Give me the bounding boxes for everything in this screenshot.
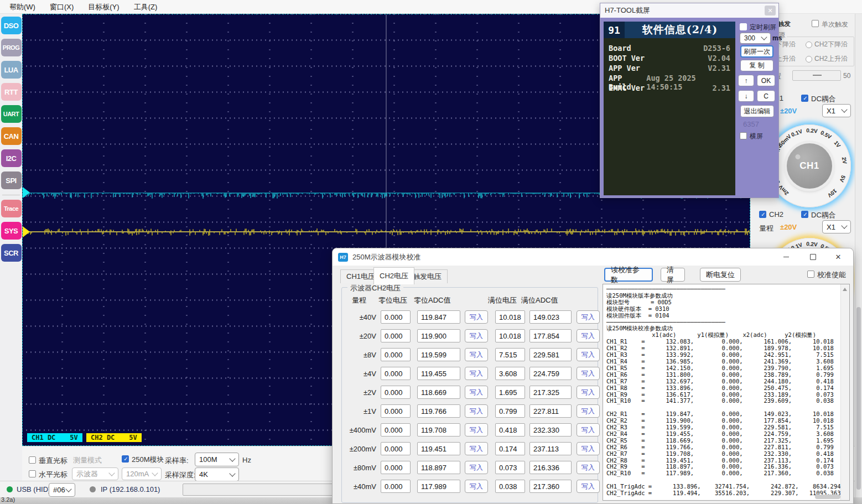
sidebar-item-lua[interactable]: LUA (1, 61, 22, 79)
zero-adc-input[interactable]: 119.455 (417, 367, 460, 380)
power-reset-button[interactable]: 断电复位 (700, 268, 741, 282)
full-voltage-input[interactable]: 3.608 (495, 367, 525, 380)
calib-enable-checkbox[interactable] (807, 271, 814, 278)
minimize-button[interactable] (775, 248, 798, 266)
trigger-position-slider[interactable] (792, 70, 841, 81)
maximize-button[interactable] (801, 248, 824, 266)
module-250m-checkbox[interactable] (122, 455, 129, 463)
full-voltage-input[interactable]: 0.418 (495, 423, 525, 437)
read-params-button[interactable]: 读校准参数 (604, 268, 653, 282)
sample-rate-select[interactable]: 100M (195, 453, 239, 466)
measure-mode-select[interactable]: 示波器 (72, 467, 118, 480)
screenshot-close-button[interactable]: ✕ (765, 6, 776, 15)
write-zero-button[interactable]: 写入 (465, 310, 488, 324)
vertical-cursor-checkbox[interactable] (29, 456, 36, 464)
zero-adc-input[interactable]: 117.989 (417, 480, 460, 493)
ch1-position-marker[interactable] (23, 187, 30, 198)
log-horizontal-scrollbar[interactable] (815, 495, 840, 499)
slider-thumb[interactable] (813, 75, 822, 76)
c-button[interactable]: C (757, 90, 775, 102)
zero-adc-input[interactable]: 118.669 (417, 386, 460, 399)
single-trigger-checkbox[interactable] (812, 20, 819, 27)
write-zero-button[interactable]: 写入 (465, 442, 488, 455)
sidebar-item-spi[interactable]: SPI (1, 172, 22, 189)
trigger-radio-ch2上升沿[interactable]: CH2上升沿 (806, 54, 855, 64)
zero-adc-input[interactable]: 118.897 (417, 461, 460, 474)
write-zero-button[interactable]: 写入 (465, 480, 488, 493)
full-voltage-input[interactable]: 0.038 (495, 480, 525, 493)
write-full-button[interactable]: 写入 (577, 404, 600, 418)
refresh-interval-select[interactable]: 300 (740, 33, 771, 44)
log-vertical-scrollbar[interactable] (840, 284, 849, 500)
sidebar-item-prog[interactable]: PROG (1, 39, 22, 56)
full-voltage-input[interactable]: 7.515 (495, 348, 525, 361)
full-voltage-input[interactable]: 10.018 (495, 310, 525, 324)
write-full-button[interactable]: 写入 (577, 367, 600, 380)
full-adc-input[interactable]: 217.360 (529, 480, 572, 493)
write-zero-button[interactable]: 写入 (465, 367, 488, 380)
full-voltage-input[interactable]: 0.073 (495, 461, 525, 474)
sidebar-item-i2c[interactable]: I2C (1, 149, 22, 167)
ch1-probe-select[interactable]: X1 (822, 104, 851, 117)
write-full-button[interactable]: 写入 (577, 480, 600, 493)
sidebar-item-scr[interactable]: SCR (1, 244, 22, 262)
write-zero-button[interactable]: 写入 (465, 461, 488, 474)
refresh-once-button[interactable]: 刷屏一次 (740, 45, 773, 58)
write-zero-button[interactable]: 写入 (465, 329, 488, 342)
write-full-button[interactable]: 写入 (577, 310, 600, 324)
write-full-button[interactable]: 写入 (577, 423, 600, 437)
zero-voltage-input[interactable]: 0.000 (381, 404, 411, 418)
device-select[interactable]: #06 (49, 483, 75, 497)
full-adc-input[interactable]: 227.811 (529, 404, 572, 418)
write-full-button[interactable]: 写入 (577, 329, 600, 342)
close-button[interactable]: ✕ (827, 248, 850, 266)
zero-adc-input[interactable]: 119.708 (417, 423, 460, 437)
write-zero-button[interactable]: 写入 (465, 348, 488, 361)
menu-item[interactable]: 窗口(X) (43, 0, 81, 14)
write-full-button[interactable]: 写入 (577, 348, 600, 361)
zero-voltage-input[interactable]: 0.000 (381, 348, 411, 361)
full-adc-input[interactable]: 237.113 (529, 442, 572, 455)
sidebar-item-can[interactable]: CAN (1, 127, 22, 145)
copy-button[interactable]: 复 制 (740, 60, 773, 71)
zero-voltage-input[interactable]: 0.000 (381, 461, 411, 474)
up-button[interactable]: ↑ (738, 75, 754, 86)
full-adc-input[interactable]: 149.023 (529, 310, 572, 324)
full-adc-input[interactable]: 216.336 (529, 461, 572, 474)
zero-voltage-input[interactable]: 0.000 (381, 442, 411, 455)
ch2-position-marker[interactable] (23, 226, 30, 237)
zero-adc-input[interactable]: 119.599 (417, 348, 460, 361)
sidebar-item-dso[interactable]: DSO (1, 17, 22, 34)
zero-adc-input[interactable]: 119.766 (417, 404, 460, 418)
full-adc-input[interactable]: 232.330 (529, 423, 572, 437)
ch2-probe-select[interactable]: X1 (822, 220, 851, 233)
sidebar-item-sys[interactable]: SYS (1, 222, 22, 240)
scroll-up-icon[interactable] (843, 288, 847, 291)
zero-voltage-input[interactable]: 0.000 (381, 310, 411, 324)
full-voltage-input[interactable]: 1.695 (495, 386, 525, 399)
ok-button[interactable]: OK (757, 75, 775, 86)
zero-adc-input[interactable]: 119.451 (417, 442, 460, 455)
sidebar-item-trace[interactable]: Trace (1, 200, 22, 217)
write-zero-button[interactable]: 写入 (465, 423, 488, 437)
zero-voltage-input[interactable]: 0.000 (381, 367, 411, 380)
zero-adc-input[interactable]: 119.847 (417, 310, 460, 324)
zero-voltage-input[interactable]: 0.000 (381, 480, 411, 493)
full-adc-input[interactable]: 217.325 (529, 386, 572, 399)
horizontal-cursor-checkbox[interactable] (29, 470, 36, 477)
ch2-enable-checkbox[interactable] (759, 211, 766, 218)
timed-refresh-checkbox[interactable] (740, 23, 747, 30)
full-adc-input[interactable]: 177.854 (529, 329, 572, 342)
zero-voltage-input[interactable]: 0.000 (381, 329, 411, 342)
write-zero-button[interactable]: 写入 (465, 404, 488, 418)
write-zero-button[interactable]: 写入 (465, 386, 488, 399)
down-button[interactable]: ↓ (738, 90, 754, 102)
sidebar-item-uart[interactable]: UART (1, 105, 22, 123)
ch1-dc-coupling-checkbox[interactable] (801, 95, 808, 102)
screenshot-window-title-bar[interactable]: H7-TOOL截屏 (600, 3, 778, 18)
current-select[interactable]: 120mA (122, 467, 162, 480)
full-voltage-input[interactable]: 0.799 (495, 404, 525, 418)
trigger-radio-ch2下降沿[interactable]: CH2下降沿 (806, 40, 855, 49)
write-full-button[interactable]: 写入 (577, 442, 600, 455)
full-voltage-input[interactable]: 0.174 (495, 442, 525, 455)
